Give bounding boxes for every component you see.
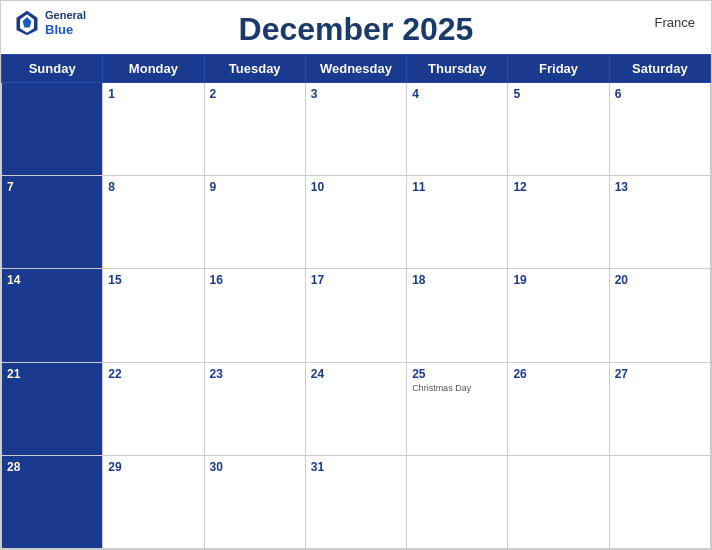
calendar-header-row: Sunday Monday Tuesday Wednesday Thursday…	[2, 55, 711, 83]
calendar-cell: 22	[103, 362, 204, 455]
calendar-table: Sunday Monday Tuesday Wednesday Thursday…	[1, 54, 711, 549]
day-number: 1	[108, 87, 198, 101]
col-monday: Monday	[103, 55, 204, 83]
calendar-header: General Blue December 2025 France	[1, 1, 711, 54]
day-number: 4	[412, 87, 502, 101]
calendar-cell: 19	[508, 269, 609, 362]
calendar-cell: 4	[407, 83, 508, 176]
holiday-label: Christmas Day	[412, 383, 502, 393]
day-number: 21	[7, 367, 97, 381]
calendar-cell: 6	[609, 83, 710, 176]
calendar-cell: 14	[2, 269, 103, 362]
calendar-cell: 1	[103, 83, 204, 176]
col-friday: Friday	[508, 55, 609, 83]
calendar-week-row: 2122232425Christmas Day2627	[2, 362, 711, 455]
day-number: 13	[615, 180, 705, 194]
day-number: 17	[311, 273, 401, 287]
calendar-week-row: 28293031	[2, 455, 711, 548]
day-number: 29	[108, 460, 198, 474]
calendar-cell: 29	[103, 455, 204, 548]
calendar-cell: 18	[407, 269, 508, 362]
logo-blue-text: Blue	[45, 22, 86, 38]
calendar-cell	[508, 455, 609, 548]
calendar-cell: 30	[204, 455, 305, 548]
day-number: 22	[108, 367, 198, 381]
calendar-cell: 5	[508, 83, 609, 176]
calendar-cell: 26	[508, 362, 609, 455]
day-number: 31	[311, 460, 401, 474]
calendar-cell: 23	[204, 362, 305, 455]
calendar-cell: 16	[204, 269, 305, 362]
calendar-cell	[2, 83, 103, 176]
day-number: 12	[513, 180, 603, 194]
day-number: 20	[615, 273, 705, 287]
col-sunday: Sunday	[2, 55, 103, 83]
calendar-cell: 8	[103, 176, 204, 269]
calendar-cell	[609, 455, 710, 548]
calendar-cell: 15	[103, 269, 204, 362]
day-number: 3	[311, 87, 401, 101]
col-wednesday: Wednesday	[305, 55, 406, 83]
calendar-week-row: 123456	[2, 83, 711, 176]
day-number: 8	[108, 180, 198, 194]
calendar-cell: 31	[305, 455, 406, 548]
day-number: 6	[615, 87, 705, 101]
calendar-week-row: 14151617181920	[2, 269, 711, 362]
calendar-cell: 27	[609, 362, 710, 455]
calendar-cell: 20	[609, 269, 710, 362]
month-title: December 2025	[239, 11, 474, 48]
calendar-cell: 17	[305, 269, 406, 362]
day-number: 9	[210, 180, 300, 194]
calendar-cell: 2	[204, 83, 305, 176]
day-number: 27	[615, 367, 705, 381]
calendar-cell	[407, 455, 508, 548]
day-number: 19	[513, 273, 603, 287]
calendar-week-row: 78910111213	[2, 176, 711, 269]
col-saturday: Saturday	[609, 55, 710, 83]
logo: General Blue	[13, 9, 86, 38]
calendar-cell: 13	[609, 176, 710, 269]
calendar-cell: 3	[305, 83, 406, 176]
day-number: 25	[412, 367, 502, 381]
day-number: 2	[210, 87, 300, 101]
day-number: 16	[210, 273, 300, 287]
day-number: 14	[7, 273, 97, 287]
calendar-cell: 12	[508, 176, 609, 269]
calendar-container: General Blue December 2025 France Sunday…	[0, 0, 712, 550]
day-number: 18	[412, 273, 502, 287]
calendar-cell: 9	[204, 176, 305, 269]
logo-text: General Blue	[45, 9, 86, 38]
day-number: 10	[311, 180, 401, 194]
col-tuesday: Tuesday	[204, 55, 305, 83]
col-thursday: Thursday	[407, 55, 508, 83]
country-label: France	[655, 15, 695, 30]
calendar-cell: 7	[2, 176, 103, 269]
calendar-cell: 24	[305, 362, 406, 455]
day-number: 24	[311, 367, 401, 381]
calendar-cell: 21	[2, 362, 103, 455]
day-number: 11	[412, 180, 502, 194]
calendar-cell: 11	[407, 176, 508, 269]
logo-general-text: General	[45, 9, 86, 22]
calendar-body: 1234567891011121314151617181920212223242…	[2, 83, 711, 549]
logo-icon	[13, 9, 41, 37]
day-number: 15	[108, 273, 198, 287]
day-number: 28	[7, 460, 97, 474]
day-number: 30	[210, 460, 300, 474]
day-number: 26	[513, 367, 603, 381]
day-number: 5	[513, 87, 603, 101]
calendar-cell: 10	[305, 176, 406, 269]
calendar-cell: 28	[2, 455, 103, 548]
day-number: 7	[7, 180, 97, 194]
day-number: 23	[210, 367, 300, 381]
calendar-cell: 25Christmas Day	[407, 362, 508, 455]
